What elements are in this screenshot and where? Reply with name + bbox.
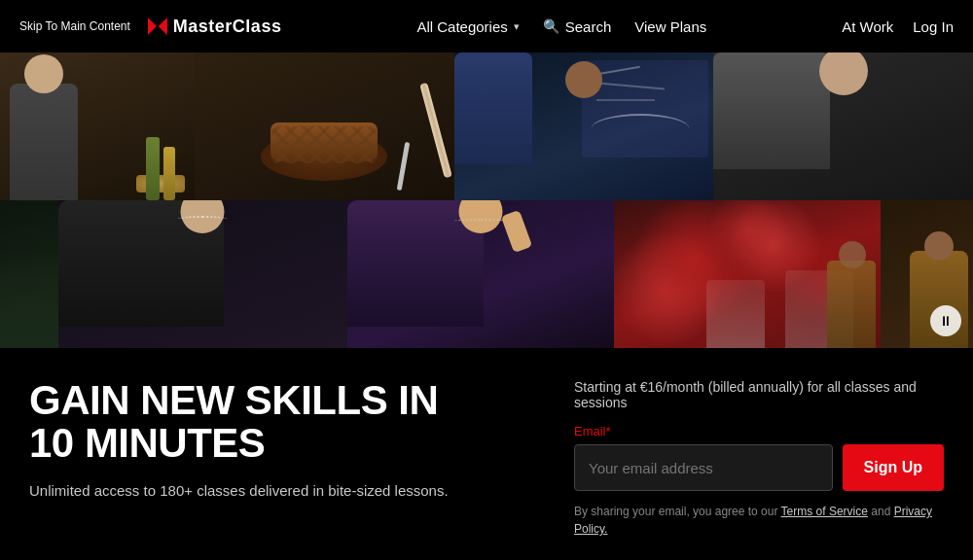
hero-section: GAIN NEW SKILLS IN 10 MINUTES Unlimited … (0, 348, 973, 557)
terms-of-service-link[interactable]: Terms of Service (781, 505, 868, 518)
all-categories-label: All Categories (416, 18, 507, 35)
view-plans-button[interactable]: View Plans (634, 18, 706, 35)
email-label: Email* (574, 424, 944, 438)
gallery-cell-cooking2[interactable] (0, 200, 58, 348)
at-work-label: At Work (842, 18, 893, 35)
logo[interactable]: MasterClass (148, 17, 282, 37)
pricing-text: Starting at €16/month (billed annually) … (574, 379, 944, 410)
logo-text: MasterClass (173, 17, 282, 37)
gallery-cell-roses[interactable] (614, 200, 881, 348)
login-button[interactable]: Log In (913, 18, 954, 35)
hero-right: Starting at €16/month (billed annually) … (574, 379, 944, 538)
logo-icon (148, 18, 167, 35)
gallery-row-1 (0, 52, 973, 200)
hero-left: GAIN NEW SKILLS IN 10 MINUTES Unlimited … (29, 379, 467, 503)
login-label: Log In (913, 18, 954, 35)
email-input[interactable] (574, 444, 833, 491)
search-button[interactable]: 🔍 Search (543, 18, 612, 35)
chevron-down-icon: ▾ (514, 20, 520, 33)
gallery-row-2 (0, 200, 973, 348)
gallery-cell-neil-degrasse-tyson[interactable] (454, 52, 714, 200)
gallery-cell-kris-jenner[interactable] (58, 200, 348, 348)
signup-row: Sign Up (574, 444, 944, 491)
search-label: Search (565, 18, 612, 35)
skip-to-main-link[interactable]: Skip To Main Content (19, 19, 130, 33)
gallery-cell-mariah-carey[interactable] (347, 200, 614, 348)
gallery-cell-person[interactable] (881, 200, 973, 348)
header-right: At Work Log In (842, 18, 954, 35)
gallery (0, 52, 973, 348)
hero-subtitle: Unlimited access to 180+ classes deliver… (29, 480, 467, 503)
gallery-cell-richard-branson[interactable] (713, 52, 973, 200)
at-work-button[interactable]: At Work (842, 18, 893, 35)
gallery-cell-pie[interactable] (195, 52, 454, 200)
all-categories-button[interactable]: All Categories ▾ (416, 18, 519, 35)
hero-title: GAIN NEW SKILLS IN 10 MINUTES (29, 379, 467, 465)
view-plans-label: View Plans (634, 18, 706, 35)
header: Skip To Main Content MasterClass All Cat… (0, 0, 973, 52)
main-nav: All Categories ▾ 🔍 Search View Plans (416, 18, 706, 35)
gallery-cell-gordon-ramsay[interactable] (0, 52, 195, 200)
terms-text: By sharing your email, you agree to our … (574, 503, 944, 538)
search-icon: 🔍 (543, 18, 559, 34)
pause-button[interactable] (930, 305, 961, 336)
signup-button[interactable]: Sign Up (843, 444, 944, 491)
